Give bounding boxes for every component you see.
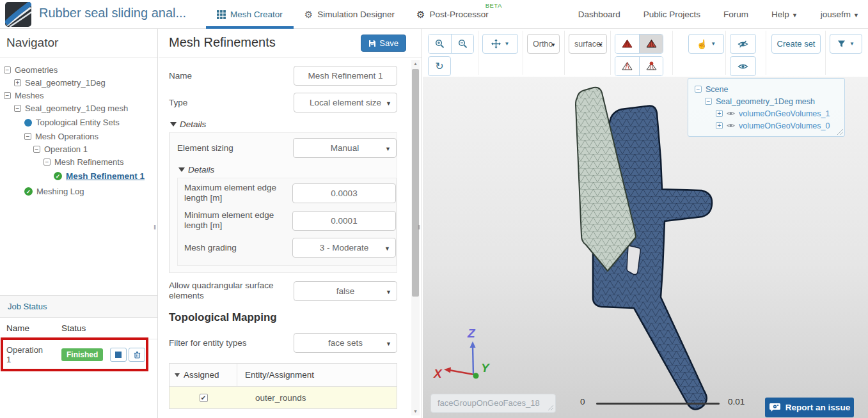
chevron-down-icon: ▼ — [505, 41, 510, 47]
selection-name-input[interactable]: faceGroupOnGeoFaces_18 — [430, 394, 556, 413]
render-mode-select[interactable]: surface:▼ — [569, 34, 607, 54]
scroll-up-icon[interactable]: ▲ — [411, 60, 420, 68]
viewport-3d[interactable]: − Scene − Seal_geometry_1Deg mesh + volu… — [423, 77, 868, 418]
inner-details-group: Maximum element edge length [m] 0.0003 M… — [177, 178, 397, 266]
stop-job-button[interactable] — [110, 348, 127, 362]
entity-filter-label: Filter for entity types — [169, 338, 294, 348]
help-menu[interactable]: Help▼ — [771, 10, 798, 19]
collapse-icon[interactable]: − — [14, 105, 21, 112]
panel-resize-handle[interactable]: ‖ — [416, 222, 422, 233]
funnel-icon — [837, 40, 846, 48]
eye-icon[interactable] — [727, 123, 735, 128]
scene-root-item[interactable]: − Scene — [695, 83, 838, 95]
eye-icon[interactable] — [727, 111, 735, 116]
panel-resize-handle[interactable]: ‖ — [152, 222, 157, 233]
stop-icon — [115, 352, 122, 358]
tetrahedron-points-button[interactable] — [639, 57, 663, 75]
expand-icon[interactable]: + — [14, 79, 21, 86]
details-toggle[interactable]: Details — [170, 120, 397, 129]
tab-label: Simulation Designer — [317, 10, 395, 19]
tab-mesh-creator[interactable]: Mesh Creator — [206, 0, 294, 29]
collapse-icon[interactable]: − — [705, 98, 712, 105]
assigned-checkbox[interactable]: ✔ — [200, 394, 208, 402]
projection-select[interactable]: Ortho▼ — [527, 34, 560, 54]
element-sizing-row: Element sizing Manual▼ — [177, 138, 397, 158]
inner-details-toggle[interactable]: Details — [178, 165, 397, 174]
tab-simulation-designer[interactable]: ⚙ Simulation Designer — [294, 0, 406, 29]
save-button[interactable]: Save — [361, 35, 406, 52]
scene-volume-item[interactable]: + volumeOnGeoVolumes_1 — [716, 107, 838, 120]
gears-icon: ⚙ — [304, 9, 313, 20]
user-menu[interactable]: jousefm▼ — [821, 10, 859, 19]
job-status-row: Operation 1 Finished — [0, 339, 157, 370]
nav-link-dashboard[interactable]: Dashboard — [578, 10, 620, 19]
min-edge-input[interactable]: 0.0001 — [292, 211, 396, 231]
collapse-icon[interactable]: − — [4, 66, 11, 74]
max-edge-row: Maximum element edge length [m] 0.0003 — [184, 183, 396, 203]
tree-item-meshing-log[interactable]: ✓ Meshing Log — [24, 185, 157, 197]
properties-panel: Mesh Refinements Save Name Mesh Refineme… — [159, 29, 422, 418]
zoom-out-button[interactable] — [451, 35, 473, 53]
collapse-icon[interactable]: − — [24, 133, 31, 140]
tree-item-operation-1[interactable]: − Operation 1 — [33, 143, 157, 155]
triangle-down-icon — [175, 373, 180, 377]
quad-elements-select[interactable]: false▼ — [294, 281, 397, 301]
nav-link-public-projects[interactable]: Public Projects — [643, 10, 700, 19]
assigned-column-header[interactable]: Assigned — [170, 364, 237, 386]
entity-filter-row: Filter for entity types face sets▼ — [169, 333, 397, 353]
filter-dropdown[interactable]: ▼ — [830, 34, 862, 54]
collapse-icon[interactable]: − — [33, 146, 40, 153]
tree-item-meshes[interactable]: − Meshes — [4, 89, 157, 102]
zoom-in-button[interactable] — [429, 35, 451, 53]
table-row[interactable]: ✔ outer_rounds — [170, 387, 397, 408]
zoom-group — [428, 34, 474, 54]
collapse-icon[interactable]: − — [4, 92, 11, 99]
select-tool-dropdown[interactable]: ☝ ▼ — [688, 34, 724, 54]
tree-item-mesh-refinements[interactable]: − Mesh Refinements — [43, 156, 157, 168]
scroll-down-icon[interactable]: ▼ — [411, 408, 420, 415]
collapse-icon[interactable]: − — [43, 159, 51, 166]
element-sizing-select[interactable]: Manual▼ — [293, 138, 397, 158]
show-all-button[interactable] — [730, 56, 756, 76]
expand-icon[interactable]: + — [716, 122, 723, 129]
tetrahedron-wireframe-icon — [622, 61, 633, 71]
scrollbar-thumb[interactable] — [412, 69, 419, 297]
tree-item-mesh-operations[interactable]: − Mesh Operations — [24, 130, 157, 143]
hide-selection-button[interactable] — [730, 34, 756, 54]
tree-item-seal-geometry[interactable]: + Seal_geometry_1Deg — [14, 77, 157, 89]
reset-view-button[interactable]: ↻ — [428, 56, 451, 76]
scrollbar[interactable]: ▲ ▼ — [411, 60, 420, 415]
project-title[interactable]: Rubber seal sliding anal... — [39, 6, 186, 20]
scene-mesh-item[interactable]: − Seal_geometry_1Deg mesh — [705, 95, 838, 107]
expand-icon[interactable]: + — [716, 110, 723, 117]
tetrahedron-solid-button[interactable] — [615, 35, 639, 53]
chevron-down-icon: ▼ — [386, 289, 391, 295]
job-status-title: Job Status — [0, 295, 157, 318]
nav-link-forum[interactable]: Forum — [723, 10, 748, 19]
scene-volume-item[interactable]: + volumeOnGeoVolumes_0 — [716, 120, 838, 132]
navigator-tree: − Geometries + Seal_geometry_1Deg − Mesh… — [0, 58, 157, 197]
tree-item-geometries[interactable]: − Geometries — [4, 64, 157, 76]
tetrahedron-surface-button[interactable] — [639, 35, 663, 53]
scene-tree-overlay[interactable]: − Scene − Seal_geometry_1Deg mesh + volu… — [688, 78, 845, 137]
axis-triad: X Y Z — [432, 325, 504, 385]
pan-tool-dropdown[interactable]: ▼ — [482, 34, 518, 54]
simscale-logo[interactable] — [5, 2, 31, 27]
max-edge-input[interactable]: 0.0003 — [292, 183, 396, 203]
tree-item-mesh-refinement-1[interactable]: ✓ Mesh Refinement 1 — [54, 170, 157, 182]
tree-item-seal-geometry-mesh[interactable]: − Seal_geometry_1Deg mesh — [14, 102, 157, 114]
create-set-button[interactable]: Create set — [771, 34, 821, 54]
name-input[interactable]: Mesh Refinement 1 — [294, 66, 397, 86]
resize-grip-icon — [548, 405, 553, 410]
delete-job-button[interactable] — [129, 348, 145, 362]
report-issue-button[interactable]: Report an issue — [765, 398, 854, 417]
tab-post-processor[interactable]: ⚙ Post-Processor BETA — [406, 0, 500, 29]
collapse-icon[interactable]: − — [695, 86, 702, 93]
tetrahedron-wireframe-button[interactable] — [615, 57, 639, 75]
tree-item-topological-entity-sets[interactable]: Topological Entity Sets — [24, 116, 157, 128]
type-select[interactable]: Local element size▼ — [294, 93, 397, 112]
resize-grip-icon[interactable] — [837, 129, 843, 135]
viewer-toolbar: ↻ ▼ Ortho▼ surface:▼ ☝ ▼ — [423, 29, 868, 77]
mesh-grading-select[interactable]: 3 - Moderate▼ — [292, 238, 396, 258]
entity-filter-select[interactable]: face sets▼ — [294, 333, 397, 353]
